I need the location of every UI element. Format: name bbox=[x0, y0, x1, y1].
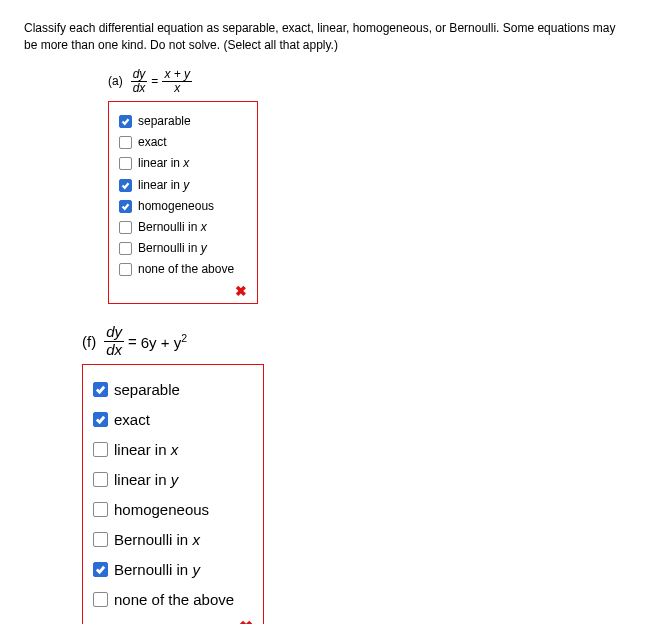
part-label-a: (a) bbox=[108, 74, 123, 88]
answer-box-a: separableexactlinear in xlinear in yhomo… bbox=[108, 101, 258, 305]
equals-op: = bbox=[151, 74, 158, 88]
part-a: (a) dy dx = x + y x separableexactlinear… bbox=[108, 68, 622, 305]
option-row: separable bbox=[93, 376, 253, 403]
option-row: none of the above bbox=[119, 260, 247, 279]
option-label: linear in x bbox=[114, 436, 178, 463]
option-label: none of the above bbox=[138, 260, 234, 279]
checkbox[interactable] bbox=[119, 242, 132, 255]
lhs-den: dx bbox=[104, 342, 124, 359]
checkbox[interactable] bbox=[93, 472, 108, 487]
checkbox[interactable] bbox=[93, 442, 108, 457]
rhs-sup: 2 bbox=[181, 332, 187, 344]
fraction-lhs-f: dy dx bbox=[104, 324, 124, 358]
equation-f: (f) dy dx = 6y + y2 bbox=[82, 324, 622, 358]
option-label: separable bbox=[114, 376, 180, 403]
option-label: linear in y bbox=[114, 466, 178, 493]
option-label: homogeneous bbox=[138, 197, 214, 216]
option-label: exact bbox=[138, 133, 167, 152]
checkbox[interactable] bbox=[93, 502, 108, 517]
option-row: exact bbox=[93, 406, 253, 433]
option-row: linear in y bbox=[93, 466, 253, 493]
feedback-a: ✖ bbox=[119, 283, 247, 299]
question-instructions: Classify each differential equation as s… bbox=[24, 20, 622, 54]
checkbox[interactable] bbox=[93, 382, 108, 397]
rhs-num: x + y bbox=[162, 68, 192, 82]
checkbox[interactable] bbox=[119, 263, 132, 276]
feedback-f: ✖ bbox=[93, 617, 253, 624]
lhs-den: dx bbox=[131, 82, 148, 95]
checkbox[interactable] bbox=[119, 157, 132, 170]
option-row: exact bbox=[119, 133, 247, 152]
fraction-lhs: dy dx bbox=[131, 68, 148, 95]
option-row: linear in x bbox=[119, 154, 247, 173]
checkbox[interactable] bbox=[93, 412, 108, 427]
rhs-text: 6y + y bbox=[141, 334, 181, 351]
fraction-rhs: x + y x bbox=[162, 68, 192, 95]
option-label: Bernoulli in x bbox=[114, 526, 200, 553]
checkbox[interactable] bbox=[93, 532, 108, 547]
option-label: linear in y bbox=[138, 176, 189, 195]
lhs-num: dy bbox=[131, 68, 148, 82]
option-label: Bernoulli in y bbox=[138, 239, 207, 258]
option-label: separable bbox=[138, 112, 191, 131]
option-row: Bernoulli in y bbox=[119, 239, 247, 258]
rhs-expr: 6y + y2 bbox=[141, 332, 187, 351]
checkbox[interactable] bbox=[119, 179, 132, 192]
option-label: exact bbox=[114, 406, 150, 433]
option-row: linear in y bbox=[119, 176, 247, 195]
rhs-den: x bbox=[162, 82, 192, 95]
option-row: homogeneous bbox=[119, 197, 247, 216]
part-label-f: (f) bbox=[82, 333, 96, 350]
option-label: Bernoulli in y bbox=[114, 556, 200, 583]
option-label: homogeneous bbox=[114, 496, 209, 523]
option-row: none of the above bbox=[93, 586, 253, 613]
option-label: linear in x bbox=[138, 154, 189, 173]
option-row: linear in x bbox=[93, 436, 253, 463]
option-row: Bernoulli in x bbox=[93, 526, 253, 553]
option-row: separable bbox=[119, 112, 247, 131]
option-row: Bernoulli in x bbox=[119, 218, 247, 237]
checkbox[interactable] bbox=[93, 592, 108, 607]
option-label: Bernoulli in x bbox=[138, 218, 207, 237]
checkbox[interactable] bbox=[93, 562, 108, 577]
checkbox[interactable] bbox=[119, 221, 132, 234]
equation-a: (a) dy dx = x + y x bbox=[108, 68, 622, 95]
lhs-num: dy bbox=[104, 324, 124, 342]
option-label: none of the above bbox=[114, 586, 234, 613]
incorrect-icon: ✖ bbox=[239, 618, 253, 624]
option-row: Bernoulli in y bbox=[93, 556, 253, 583]
answer-box-f: separableexactlinear in xlinear in yhomo… bbox=[82, 364, 264, 624]
checkbox[interactable] bbox=[119, 136, 132, 149]
incorrect-icon: ✖ bbox=[235, 283, 247, 299]
checkbox[interactable] bbox=[119, 200, 132, 213]
equals-op-f: = bbox=[128, 333, 137, 350]
option-row: homogeneous bbox=[93, 496, 253, 523]
part-f: (f) dy dx = 6y + y2 separableexactlinear… bbox=[82, 324, 622, 624]
checkbox[interactable] bbox=[119, 115, 132, 128]
